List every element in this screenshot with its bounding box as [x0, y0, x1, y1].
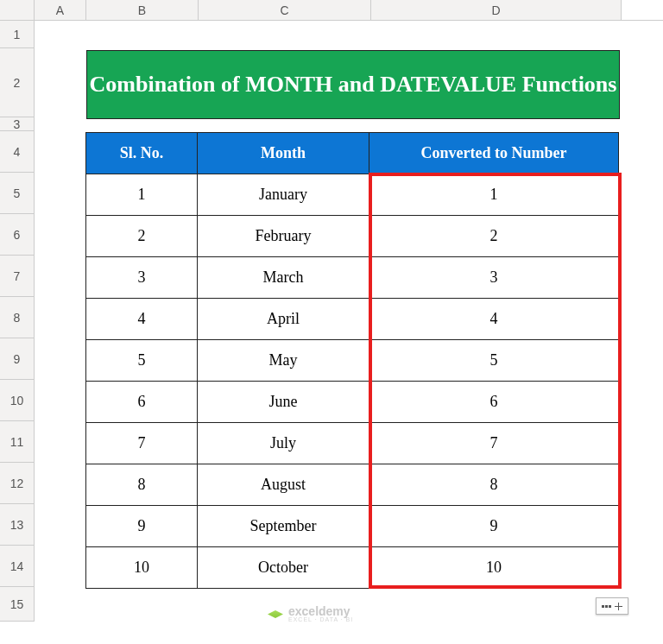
cell-conv[interactable]: 4	[369, 298, 619, 340]
row-header-13[interactable]: 13	[0, 504, 35, 546]
col-header-D[interactable]: D	[371, 0, 622, 20]
table-row: 9 September 9	[86, 506, 620, 547]
cell-conv[interactable]: 3	[369, 256, 619, 299]
row-header-12[interactable]: 12	[0, 463, 35, 504]
watermark-tagline: EXCEL · DATA · BI	[288, 616, 353, 622]
cell-conv[interactable]: 6	[369, 381, 619, 423]
cell-conv[interactable]: 9	[369, 505, 619, 547]
table-row: 2 February 2	[86, 216, 620, 257]
cell-slno[interactable]: 1	[85, 174, 198, 216]
column-headers-row: A B C D	[0, 0, 663, 21]
table-row: 10 October 10	[86, 547, 620, 589]
cell-slno[interactable]: 3	[85, 256, 198, 299]
cell-month[interactable]: February	[197, 215, 369, 257]
cell-conv[interactable]: 10	[369, 546, 619, 589]
row-header-4[interactable]: 4	[0, 131, 35, 173]
title-merged-cell[interactable]: Combination of MONTH and DATEVALUE Funct…	[86, 50, 620, 119]
cell-slno[interactable]: 9	[85, 505, 198, 547]
col-header-C[interactable]: C	[199, 0, 371, 20]
cell-month[interactable]: January	[197, 174, 369, 216]
cell-month[interactable]: September	[197, 505, 369, 547]
autofill-options-button[interactable]	[596, 597, 628, 615]
col-header-B[interactable]: B	[86, 0, 199, 20]
cell-slno[interactable]: 8	[85, 464, 198, 506]
row-header-5[interactable]: 5	[0, 173, 35, 214]
cell-month[interactable]: June	[197, 381, 369, 423]
cell-month[interactable]: August	[197, 464, 369, 506]
row-header-9[interactable]: 9	[0, 338, 35, 380]
cell-slno[interactable]: 10	[85, 546, 198, 589]
row-header-3[interactable]: 3	[0, 117, 35, 131]
spreadsheet-grid: A B C D 1 2 3 4 5 6 7 8 9 10 11 12 13 14…	[0, 0, 663, 21]
select-all-corner[interactable]	[0, 0, 35, 21]
logo-icon	[268, 606, 283, 622]
cell-slno[interactable]: 5	[85, 339, 198, 382]
title-text: Combination of MONTH and DATEVALUE Funct…	[90, 69, 617, 99]
table-row: 3 March 3	[86, 257, 620, 299]
cell-month[interactable]: April	[197, 298, 369, 340]
cell-slno[interactable]: 2	[85, 215, 198, 257]
cell-month[interactable]: May	[197, 339, 369, 382]
row-headers-col: 1 2 3 4 5 6 7 8 9 10 11 12 13 14 15	[0, 21, 35, 622]
autofill-icon	[602, 605, 604, 608]
cell-conv[interactable]: 1	[369, 174, 619, 216]
row-header-6[interactable]: 6	[0, 214, 35, 256]
cell-conv[interactable]: 7	[369, 422, 619, 464]
row-header-8[interactable]: 8	[0, 297, 35, 338]
row-header-10[interactable]: 10	[0, 380, 35, 421]
cell-month[interactable]: July	[197, 422, 369, 464]
plus-icon	[615, 603, 622, 610]
cell-slno[interactable]: 6	[85, 381, 198, 423]
col-header-A[interactable]: A	[35, 0, 86, 20]
row-header-15[interactable]: 15	[0, 587, 35, 622]
row-header-1[interactable]: 1	[0, 21, 35, 48]
cell-slno[interactable]: 7	[85, 422, 198, 464]
cell-month[interactable]: March	[197, 256, 369, 299]
row-header-14[interactable]: 14	[0, 546, 35, 587]
table-row: 8 August 8	[86, 464, 620, 506]
autofill-icon	[605, 605, 608, 608]
table-row: 4 April 4	[86, 299, 620, 340]
cell-slno[interactable]: 4	[85, 298, 198, 340]
cell-month[interactable]: October	[197, 546, 369, 589]
cell-conv[interactable]: 8	[369, 464, 619, 506]
header-conv[interactable]: Converted to Number	[369, 132, 619, 174]
cell-conv[interactable]: 2	[369, 215, 619, 257]
table-row: 6 June 6	[86, 382, 620, 423]
row-header-2[interactable]: 2	[0, 48, 35, 117]
table-header-row: Sl. No. Month Converted to Number	[86, 133, 620, 174]
cell-conv[interactable]: 5	[369, 339, 619, 382]
watermark-logo: exceldemy EXCEL · DATA · BI	[268, 604, 353, 622]
table-row: 1 January 1	[86, 174, 620, 216]
row-header-11[interactable]: 11	[0, 421, 35, 463]
table-row: 7 July 7	[86, 423, 620, 464]
row-header-7[interactable]: 7	[0, 256, 35, 297]
data-table: Sl. No. Month Converted to Number 1 Janu…	[86, 133, 620, 589]
autofill-icon	[609, 605, 611, 608]
table-row: 5 May 5	[86, 340, 620, 382]
header-month[interactable]: Month	[197, 132, 369, 174]
header-slno[interactable]: Sl. No.	[85, 132, 198, 174]
